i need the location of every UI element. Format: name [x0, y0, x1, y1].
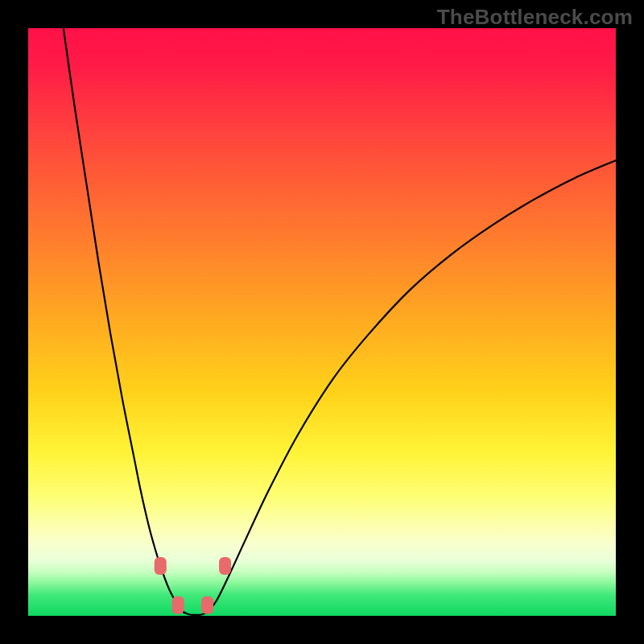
gradient-background	[28, 28, 616, 616]
curve-marker	[172, 597, 184, 614]
chart-frame: TheBottleneck.com	[0, 0, 644, 644]
curve-marker	[219, 557, 231, 575]
curve-marker	[201, 597, 213, 614]
plot-svg	[28, 28, 616, 616]
watermark-text: TheBottleneck.com	[437, 5, 633, 30]
plot-area	[28, 28, 616, 616]
curve-marker	[155, 557, 167, 575]
